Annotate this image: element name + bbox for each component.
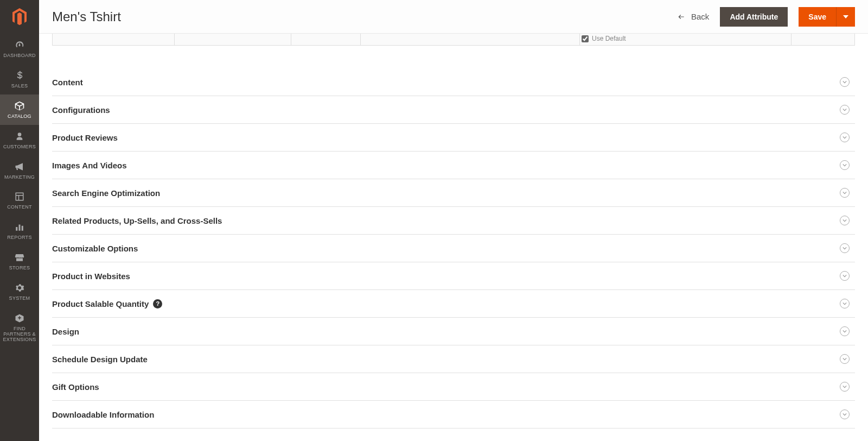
save-button[interactable]: Save bbox=[799, 7, 836, 27]
section-title: Product Reviews bbox=[52, 133, 118, 142]
sidebar-item-customers[interactable]: CUSTOMERS bbox=[0, 125, 39, 155]
section-images-and-videos[interactable]: Images And Videos bbox=[52, 152, 855, 179]
section-product-in-websites[interactable]: Product in Websites bbox=[52, 262, 855, 290]
bar-chart-icon bbox=[14, 221, 25, 233]
svg-rect-4 bbox=[19, 225, 21, 231]
layout-icon bbox=[14, 191, 25, 203]
sidebar-item-label: DASHBOARD bbox=[3, 53, 36, 59]
chevron-down-icon[interactable] bbox=[840, 354, 850, 364]
chevron-down-icon[interactable] bbox=[840, 133, 850, 142]
svg-rect-3 bbox=[16, 227, 17, 231]
chevron-down-icon[interactable] bbox=[840, 77, 850, 87]
use-default-label: Use Default bbox=[592, 35, 626, 42]
section-title-text: Design bbox=[52, 327, 79, 336]
sidebar-item-stores[interactable]: STORES bbox=[0, 246, 39, 276]
svg-rect-5 bbox=[22, 226, 23, 231]
megaphone-icon bbox=[14, 161, 25, 173]
chevron-down-icon[interactable] bbox=[840, 299, 850, 308]
section-product-salable-quantity[interactable]: Product Salable Quantity? bbox=[52, 290, 855, 318]
section-title: Downloadable Information bbox=[52, 410, 154, 419]
section-title-text: Configurations bbox=[52, 105, 110, 115]
section-title: Related Products, Up-Sells, and Cross-Se… bbox=[52, 216, 222, 225]
sidebar-item-label: MARKETING bbox=[4, 175, 35, 180]
section-search-engine-optimization[interactable]: Search Engine Optimization bbox=[52, 179, 855, 207]
section-title: Configurations bbox=[52, 105, 110, 115]
section-downloadable-information[interactable]: Downloadable Information bbox=[52, 401, 855, 429]
arrow-left-icon bbox=[677, 13, 686, 21]
section-title: Search Engine Optimization bbox=[52, 188, 160, 198]
section-title: Design bbox=[52, 327, 79, 336]
section-design[interactable]: Design bbox=[52, 318, 855, 345]
main-content: Men's Tshirt Back Add Attribute Save bbox=[39, 0, 868, 441]
box-icon bbox=[14, 100, 25, 112]
chevron-down-icon[interactable] bbox=[840, 326, 850, 336]
chevron-down-icon[interactable] bbox=[840, 382, 850, 392]
section-configurations[interactable]: Configurations bbox=[52, 96, 855, 124]
section-title-text: Customizable Options bbox=[52, 244, 138, 253]
sidebar-item-system[interactable]: SYSTEM bbox=[0, 276, 39, 307]
gear-icon bbox=[14, 282, 25, 294]
sidebar-item-sales[interactable]: SALES bbox=[0, 64, 39, 94]
sidebar-item-content[interactable]: CONTENT bbox=[0, 185, 39, 216]
save-dropdown-toggle[interactable] bbox=[836, 7, 855, 27]
sidebar-item-label: SYSTEM bbox=[9, 296, 30, 301]
person-icon bbox=[14, 130, 25, 142]
section-title: Images And Videos bbox=[52, 161, 127, 170]
back-label: Back bbox=[691, 12, 709, 21]
sidebar-item-label: STORES bbox=[9, 266, 30, 271]
header-actions: Back Add Attribute Save bbox=[677, 7, 855, 27]
sidebar-item-reports[interactable]: REPORTS bbox=[0, 216, 39, 246]
section-title: Content bbox=[52, 78, 83, 87]
chevron-down-icon[interactable] bbox=[840, 243, 850, 253]
chevron-down-icon[interactable] bbox=[840, 271, 850, 281]
svg-rect-0 bbox=[16, 193, 23, 201]
puzzle-icon bbox=[14, 312, 25, 324]
section-title-text: Schedule Design Update bbox=[52, 355, 148, 364]
section-title-text: Related Products, Up-Sells, and Cross-Se… bbox=[52, 216, 222, 225]
section-title: Product Salable Quantity? bbox=[52, 299, 162, 308]
sidebar-item-label: CATALOG bbox=[8, 114, 31, 119]
section-title-text: Images And Videos bbox=[52, 161, 127, 170]
add-attribute-button[interactable]: Add Attribute bbox=[720, 7, 788, 27]
gauge-icon bbox=[14, 39, 25, 51]
section-title: Customizable Options bbox=[52, 244, 138, 253]
section-title: Gift Options bbox=[52, 382, 99, 392]
section-title-text: Search Engine Optimization bbox=[52, 188, 160, 198]
magento-logo[interactable] bbox=[0, 0, 39, 34]
section-title-text: Downloadable Information bbox=[52, 410, 154, 419]
section-title-text: Product Reviews bbox=[52, 133, 118, 142]
back-button[interactable]: Back bbox=[677, 12, 709, 21]
chevron-down-icon[interactable] bbox=[840, 188, 850, 198]
section-title-text: Gift Options bbox=[52, 382, 99, 392]
section-title: Product in Websites bbox=[52, 272, 130, 281]
dollar-icon bbox=[14, 70, 25, 81]
section-schedule-design-update[interactable]: Schedule Design Update bbox=[52, 345, 855, 373]
page-header: Men's Tshirt Back Add Attribute Save bbox=[39, 0, 868, 34]
sidebar-item-catalog[interactable]: CATALOG bbox=[0, 94, 39, 125]
sidebar-item-marketing[interactable]: MARKETING bbox=[0, 155, 39, 186]
section-related-products-up-sells-and-cross-sells[interactable]: Related Products, Up-Sells, and Cross-Se… bbox=[52, 207, 855, 235]
help-icon[interactable]: ? bbox=[153, 299, 162, 308]
section-title-text: Content bbox=[52, 78, 83, 87]
save-button-group: Save bbox=[799, 7, 855, 27]
storefront-icon bbox=[14, 251, 25, 263]
sidebar: DASHBOARD SALES CATALOG CUSTOMERS MARKET bbox=[0, 0, 39, 441]
chevron-down-icon[interactable] bbox=[840, 105, 850, 115]
section-title-text: Product in Websites bbox=[52, 272, 130, 281]
sidebar-item-find-partners[interactable]: FIND PARTNERS & EXTENSIONS bbox=[0, 307, 39, 348]
chevron-down-icon[interactable] bbox=[840, 216, 850, 225]
table-stub-row: Use Default bbox=[52, 34, 855, 46]
use-default-checkbox-group: Use Default bbox=[582, 35, 626, 42]
sidebar-item-label: SALES bbox=[11, 84, 28, 89]
sidebar-item-dashboard[interactable]: DASHBOARD bbox=[0, 34, 39, 64]
section-gift-options[interactable]: Gift Options bbox=[52, 373, 855, 401]
chevron-down-icon[interactable] bbox=[840, 160, 850, 170]
use-default-checkbox[interactable] bbox=[582, 35, 589, 42]
chevron-down-icon[interactable] bbox=[840, 410, 850, 419]
section-product-reviews[interactable]: Product Reviews bbox=[52, 124, 855, 152]
caret-down-icon bbox=[843, 14, 848, 20]
section-content[interactable]: Content bbox=[52, 68, 855, 96]
section-customizable-options[interactable]: Customizable Options bbox=[52, 235, 855, 262]
sidebar-item-label: CONTENT bbox=[7, 205, 32, 210]
sidebar-item-label: CUSTOMERS bbox=[3, 144, 36, 150]
